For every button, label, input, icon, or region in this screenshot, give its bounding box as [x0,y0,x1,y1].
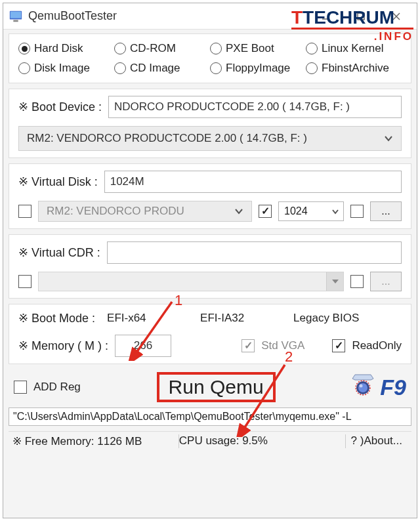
memory-label: ※ Memory ( M ) : [18,339,108,353]
boot-type-panel: Hard Disk CD-ROM PXE Boot Linux Kernel D… [9,33,411,83]
svg-marker-7 [352,375,373,380]
memory-field[interactable]: 266 [115,335,171,357]
about-link[interactable]: ? )About... [346,434,408,448]
lens-icon [351,373,375,401]
vdisk-browse-button[interactable]: ... [370,201,402,221]
readonly-checkbox[interactable] [332,339,345,352]
radio-cd-image[interactable]: CD Image [114,62,210,75]
chevron-down-icon [331,205,339,217]
boot-mode-label: ※ Boot Mode : [18,311,95,325]
radio-floppy-image[interactable]: FloppyImage [210,62,306,75]
radio-hard-disk[interactable]: Hard Disk [18,42,114,55]
svg-rect-1 [10,11,22,18]
radio-fbinst-archive[interactable]: FbinstArchive [306,62,402,75]
vcdr-browse-button[interactable]: ... [370,272,402,291]
app-window: QemuBootTester Hard Disk CD-ROM PXE Boot… [3,3,417,518]
status-free-memory: ※ Free Memory: 1126 MB [12,434,179,448]
vdisk-combo[interactable]: RM2: VENDORCO PRODU [38,201,252,222]
status-cpu-usage: CPU usage: 9.5% [179,434,346,448]
close-button[interactable] [381,6,411,27]
chevron-down-icon [384,132,393,145]
radio-efi-x64[interactable]: EFI-x64 [103,312,188,325]
boot-device-dropdown[interactable]: RM2: VENDORCO PRODUCTCODE 2.00 ( 14.7GB,… [18,126,402,151]
titlebar: QemuBootTester [3,3,417,30]
radio-efi-ia32[interactable]: EFI-IA32 [196,312,282,325]
vdisk-checkbox-left[interactable] [18,205,32,218]
vdisk-size-combo[interactable]: 1024 [278,201,344,221]
radio-linux-kernel[interactable]: Linux Kernel [306,42,402,55]
virtual-disk-panel: ※ Virtual Disk : 1024M RM2: VENDORCO PRO… [9,163,411,229]
radio-legacy-bios[interactable]: Legacy BIOS [289,312,375,325]
radio-cd-rom[interactable]: CD-ROM [114,42,210,55]
addreg-checkbox[interactable] [14,381,27,394]
addreg-label: ADD Reg [33,381,81,394]
virtual-cdr-field[interactable] [107,241,402,264]
window-title: QemuBootTester [28,9,117,23]
radio-disk-image[interactable]: Disk Image [18,62,114,75]
vcdr-checkbox-right[interactable] [350,275,364,288]
boot-device-label: ※ Boot Device : [18,100,102,114]
svg-rect-4 [358,13,364,20]
vcdr-checkbox-left[interactable] [18,275,32,288]
virtual-cdr-label: ※ Virtual CDR : [18,245,100,260]
virtual-disk-field[interactable]: 1024M [104,171,402,193]
boot-device-field[interactable]: NDORCO PRODUCTCODE 2.00 ( 14.7GB, F: ) [108,96,402,118]
minimize-button[interactable] [310,6,341,27]
vdisk-checkbox-right[interactable] [350,205,364,218]
svg-rect-2 [13,20,18,22]
monitor-icon [9,9,23,24]
f9-shortcut: F9 [351,373,406,401]
readonly-label: ReadOnly [352,339,402,352]
run-qemu-button[interactable]: Run Qemu [157,372,276,402]
virtual-disk-label: ※ Virtual Disk : [18,175,98,189]
vcdr-scroll[interactable] [38,272,344,291]
maximize-button[interactable] [346,6,376,27]
svg-point-9 [358,383,368,392]
boot-mode-panel: ※ Boot Mode : EFI-x64 EFI-IA32 Legacy BI… [9,304,411,364]
stdvga-checkbox[interactable] [242,339,255,352]
stdvga-label: Std VGA [261,339,304,352]
status-bar: ※ Free Memory: 1126 MB CPU usage: 9.5% ?… [9,431,411,451]
vdisk-size-checkbox[interactable] [259,205,272,218]
radio-pxe-boot[interactable]: PXE Boot [210,42,306,55]
virtual-cdr-panel: ※ Virtual CDR : ... [9,234,411,299]
command-line[interactable]: "C:\Users\Admin\AppData\Local\Temp\QemuB… [9,407,411,426]
chevron-down-icon [234,205,243,218]
boot-device-panel: ※ Boot Device : NDORCO PRODUCTCODE 2.00 … [9,89,411,158]
svg-point-10 [360,385,363,388]
